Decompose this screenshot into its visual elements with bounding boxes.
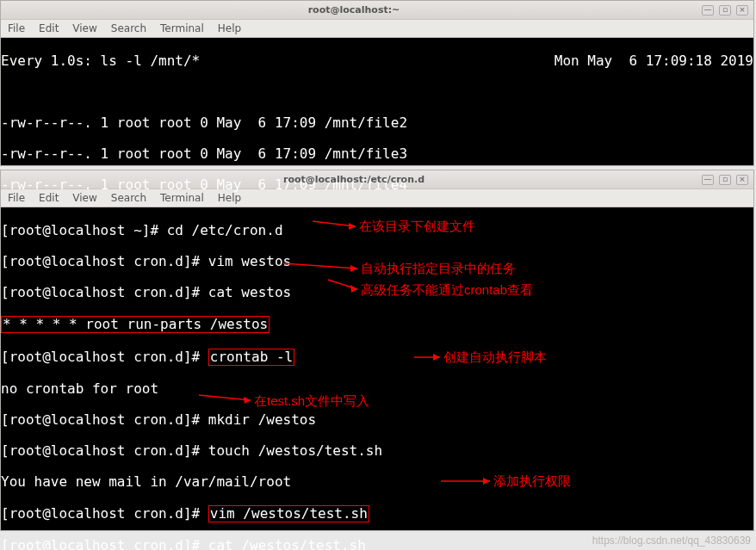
terminal-content-2[interactable]: [root@localhost ~]# cd /etc/cron.d [root…: [1, 207, 753, 530]
terminal-window-1: root@localhost:~ — ▫ × File Edit View Se…: [0, 0, 754, 166]
minimize-icon[interactable]: —: [702, 5, 714, 15]
menu-file[interactable]: File: [8, 22, 25, 34]
minimize-icon[interactable]: —: [702, 175, 714, 185]
menubar-1: File Edit View Search Terminal Help: [1, 20, 753, 38]
prompt: [root@localhost cron.d]#: [1, 349, 208, 365]
cmd-cat-westos: cat westos: [208, 284, 291, 300]
window-controls-1: — ▫ ×: [702, 5, 748, 15]
mail-notice: You have new mail in /var/mail/root: [1, 474, 753, 490]
close-icon[interactable]: ×: [736, 175, 748, 185]
prompt: [root@localhost cron.d]#: [1, 411, 208, 428]
cmd-cat-sh: cat /westos/test.sh: [208, 537, 366, 550]
menu-view[interactable]: View: [72, 22, 96, 34]
prompt: [root@localhost cron.d]#: [1, 537, 208, 550]
titlebar-1: root@localhost:~ — ▫ ×: [1, 1, 753, 20]
cron-entry-box: * * * * * root run-parts /westos: [1, 316, 270, 333]
terminal-content-1[interactable]: Every 1.0s: ls -l /mnt/*Mon May 6 17:09:…: [1, 38, 753, 165]
prompt: [root@localhost cron.d]#: [1, 253, 208, 269]
annotation-crontab: 高级任务不能通过crontab查看: [361, 282, 533, 298]
terminal-window-2: root@localhost:/etc/cron.d — ▫ × File Ed…: [0, 170, 754, 531]
cron-entry: * * * * * root run-parts /westos: [3, 316, 268, 332]
menu-search[interactable]: Search: [111, 192, 146, 204]
annotation-create-file: 在该目录下创建文件: [359, 219, 475, 234]
close-icon[interactable]: ×: [736, 5, 748, 15]
maximize-icon[interactable]: ▫: [719, 175, 731, 185]
cmd-vim-westos: vim westos: [208, 253, 291, 269]
menu-edit[interactable]: Edit: [39, 192, 59, 204]
window-title-1: root@localhost:~: [6, 4, 702, 15]
menu-terminal[interactable]: Terminal: [160, 192, 204, 204]
watch-timestamp: Mon May 6 17:09:18 2019: [555, 53, 753, 69]
cmd-vim-sh: vim /westos/test.sh: [210, 505, 368, 522]
menu-view[interactable]: View: [72, 192, 96, 204]
vim-sh-box: vim /westos/test.sh: [208, 505, 369, 522]
menu-terminal[interactable]: Terminal: [160, 22, 204, 34]
prompt: [root@localhost cron.d]#: [1, 505, 208, 522]
crontab-box: crontab -l: [208, 349, 294, 366]
annotation-add-perm: 添加执行权限: [493, 473, 571, 489]
watch-command: Every 1.0s: ls -l /mnt/*: [1, 53, 200, 69]
menu-help[interactable]: Help: [218, 192, 241, 204]
file-row: -rw-r--r--. 1 root root 0 May 6 17:09 /m…: [1, 115, 753, 131]
svg-marker-9: [244, 397, 251, 404]
cmd-mkdir: mkdir /westos: [208, 411, 316, 428]
cmd-crontab: crontab -l: [210, 349, 293, 365]
window-title-2: root@localhost:/etc/cron.d: [6, 174, 702, 185]
menu-edit[interactable]: Edit: [39, 22, 59, 34]
menu-help[interactable]: Help: [218, 22, 241, 34]
cmd-touch: touch /westos/test.sh: [208, 442, 382, 459]
file-row: -rw-r--r--. 1 root root 0 May 6 17:09 /m…: [1, 146, 753, 162]
menu-file[interactable]: File: [8, 192, 25, 204]
window-controls-2: — ▫ ×: [702, 175, 748, 185]
annotation-create-script: 创建自动执行脚本: [443, 349, 547, 365]
prompt: [root@localhost ~]#: [1, 222, 167, 238]
watermark: https://blog.csdn.net/qq_43830639: [592, 535, 751, 547]
maximize-icon[interactable]: ▫: [719, 5, 731, 15]
no-crontab-msg: no crontab for root: [1, 381, 753, 397]
prompt: [root@localhost cron.d]#: [1, 442, 208, 459]
annotation-write-content: 在test.sh文件中写入: [254, 393, 369, 409]
annotation-auto-exec: 自动执行指定目录中的任务: [361, 261, 516, 276]
cmd-cd: cd /etc/cron.d: [167, 222, 283, 238]
prompt: [root@localhost cron.d]#: [1, 284, 208, 300]
menu-search[interactable]: Search: [111, 22, 146, 34]
